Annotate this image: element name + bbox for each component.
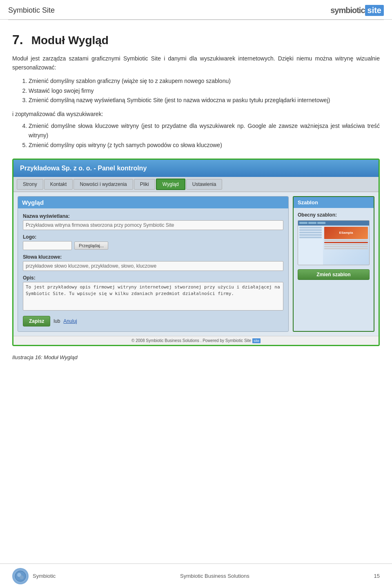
- tpl-orange-line: [324, 242, 368, 243]
- nav-item-wyglad[interactable]: Wygląd: [156, 179, 185, 190]
- header-logo: symbioticsite: [330, 5, 384, 16]
- nav-item-pliki[interactable]: Pliki: [134, 179, 155, 190]
- page-header: Symbiotic Site symbioticsite: [0, 0, 392, 20]
- footer-logo-icon: [12, 568, 29, 584]
- section-number: 7.: [12, 32, 23, 47]
- change-template-button[interactable]: Zmień szablon: [298, 269, 370, 280]
- form-group-desc: Opis: To jest przykładowy opis firmowej …: [23, 275, 283, 312]
- footer-text: © 2008 Symbiotic Business Solutions . Po…: [131, 338, 261, 343]
- nav-item-nowosci[interactable]: Nowości i wydarzenia: [74, 179, 133, 190]
- form-area-title: Wygląd: [18, 197, 288, 208]
- tpl-line: [299, 227, 322, 228]
- tpl-line: [324, 248, 368, 249]
- footer-page-number: 15: [374, 573, 380, 579]
- form-input-name[interactable]: [23, 220, 283, 230]
- or-text: lub: [53, 318, 60, 324]
- tpl-line: [299, 237, 322, 238]
- panel-title: Przykładowa Sp. z o. o. - Panel kontroln…: [20, 165, 147, 172]
- form-actions: Zapisz lub Anuluj: [23, 316, 283, 326]
- footer-badge: site: [252, 338, 261, 343]
- tpl-line: [299, 234, 322, 236]
- nav-bar: Strony Kontakt Nowości i wydarzenia Plik…: [13, 177, 379, 192]
- save-button[interactable]: Zapisz: [23, 316, 50, 326]
- tpl-line: [324, 246, 368, 247]
- footer-logo-text: Symbiotic: [33, 573, 56, 579]
- form-input-keywords[interactable]: [23, 261, 283, 271]
- tpl-left: [298, 226, 323, 265]
- form-group-logo: Logo: Przeglądaj...: [23, 234, 283, 250]
- template-top-bar: [298, 221, 369, 226]
- middle-text: i zoptymalizować dla wyszukiwarek:: [12, 110, 380, 118]
- footer-logo-area: Symbiotic: [12, 568, 56, 584]
- section-title: Moduł Wygląd: [31, 34, 109, 47]
- page-title: Symbiotic Site: [8, 6, 55, 15]
- page-footer: Symbiotic Symbiotic Business Solutions 1…: [0, 563, 392, 588]
- form-group-name: Nazwa wyświetlana:: [23, 213, 283, 230]
- tpl-right: ESampla: [323, 226, 369, 265]
- tpl-image: ESampla: [324, 227, 368, 239]
- form-label-name: Nazwa wyświetlana:: [23, 213, 283, 219]
- tpl-dot: [308, 222, 316, 224]
- form-group-keywords: Słowa kluczowe:: [23, 254, 283, 271]
- sidebar-body: Obecny szablon:: [294, 208, 374, 284]
- form-textarea-desc[interactable]: To jest przykładowy opis firmowej witryn…: [23, 282, 283, 311]
- form-area: Wygląd Nazwa wyświetlana: Logo: Przegląd…: [18, 196, 289, 332]
- tpl-line: [299, 232, 322, 233]
- tpl-content: ESampla: [298, 226, 369, 265]
- screenshot-wrapper: Przykładowa Sp. z o. o. - Panel kontroln…: [12, 159, 380, 346]
- sidebar-panel: Szablon Obecny szablon:: [293, 196, 374, 332]
- footer-company: Symbiotic Business Solutions: [180, 573, 249, 579]
- section-heading: 7. Moduł Wygląd: [12, 32, 380, 47]
- sidebar-title: Szablon: [294, 197, 374, 208]
- tpl-dot: [299, 222, 307, 224]
- nav-item-kontakt[interactable]: Kontakt: [44, 179, 73, 190]
- main-content: 7. Moduł Wygląd Moduł jest zarządza szat…: [0, 20, 392, 377]
- logo-site-text: site: [365, 5, 384, 16]
- symbiotic-logo-svg: [14, 570, 27, 582]
- list-item: Wstawić logo swojej firmy: [29, 86, 380, 96]
- list-item: Zmienić domyślny szablon graficzny (wiąż…: [29, 76, 380, 86]
- nav-item-ustawienia[interactable]: Ustawienia: [186, 179, 223, 190]
- nav-item-strony[interactable]: Strony: [17, 179, 43, 190]
- form-label-keywords: Słowa kluczowe:: [23, 254, 283, 260]
- intro-text: Moduł jest zarządza szatami graficznymi …: [12, 54, 380, 72]
- logo-symbiotic-text: symbiotic: [330, 6, 365, 15]
- sidebar-label: Obecny szablon:: [298, 212, 370, 218]
- browse-button[interactable]: Przeglądaj...: [74, 241, 108, 250]
- caption: Ilustracja 16: Moduł Wygląd: [12, 354, 380, 360]
- template-preview: ESampla: [298, 220, 370, 265]
- list-1: Zmienić domyślny szablon graficzny (wiąż…: [12, 76, 380, 105]
- tpl-dot: [317, 222, 325, 224]
- tpl-line: [299, 229, 322, 231]
- screenshot-footer: © 2008 Symbiotic Business Solutions . Po…: [13, 336, 379, 345]
- panel-body: Wygląd Nazwa wyświetlana: Logo: Przegląd…: [13, 192, 379, 336]
- panel-header: Przykładowa Sp. z o. o. - Panel kontroln…: [13, 160, 379, 177]
- form-label-logo: Logo:: [23, 234, 283, 240]
- cancel-link[interactable]: Anuluj: [63, 318, 77, 324]
- list-item: Zmienić domyślne słowa kluczowe witryny …: [29, 121, 380, 141]
- list-2: Zmienić domyślne słowa kluczowe witryny …: [12, 121, 380, 150]
- tpl-line: [324, 244, 368, 245]
- logo-input[interactable]: [23, 241, 72, 250]
- list-item: Zmienić domyślną nazwę wyświetlaną Symbi…: [29, 96, 380, 105]
- logo-row: Przeglądaj...: [23, 241, 283, 250]
- tpl-line: [324, 240, 368, 241]
- list-item: Zmienić domyślny opis witryny (z tych sa…: [29, 141, 380, 150]
- svg-point-2: [20, 575, 24, 579]
- form-label-desc: Opis:: [23, 275, 283, 281]
